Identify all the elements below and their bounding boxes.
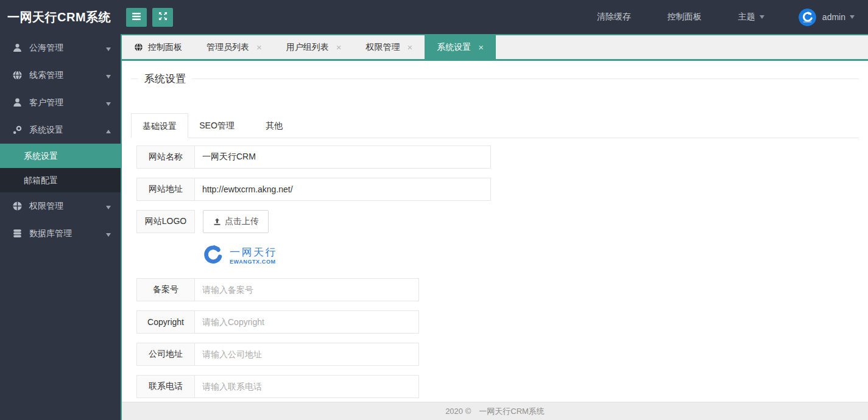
sidebar-item-system[interactable]: 系统设置 <box>0 116 121 144</box>
site-logo-preview: 一网天行EWANGTX.COM <box>201 242 859 269</box>
chevron-down-icon <box>760 15 764 19</box>
header-link-control-panel[interactable]: 控制面板 <box>649 12 720 23</box>
globe-grid-icon <box>12 201 23 211</box>
field-label: 联系电话 <box>136 375 195 398</box>
header-link-label: 清除缓存 <box>597 12 631 23</box>
chevron-down-icon <box>106 229 111 239</box>
sidebar-item-public-sea[interactable]: 公海管理 <box>0 34 121 61</box>
open-tab-system-settings[interactable]: 系统设置× <box>425 35 496 59</box>
header-actions: 清除缓存控制面板主题 admin <box>579 9 868 26</box>
open-tab-label: 用户组列表 <box>286 42 329 53</box>
chevron-down-icon <box>106 71 111 80</box>
sidebar-item-label: 公海管理 <box>29 43 63 54</box>
header-link-label: 控制面板 <box>668 12 702 23</box>
tab-other[interactable]: 其他 <box>245 113 303 138</box>
chevron-down-icon <box>106 201 111 211</box>
open-tabs-bar: 控制面板管理员列表×用户组列表×权限管理×系统设置× <box>122 34 868 61</box>
avatar[interactable] <box>799 9 816 26</box>
sidebar-item-label: 权限管理 <box>29 201 63 212</box>
settings-tabs: 基础设置SEO管理其他 <box>131 113 859 138</box>
open-tab-user-group-list[interactable]: 用户组列表× <box>274 35 354 59</box>
upload-button[interactable]: 点击上传 <box>203 210 269 233</box>
tab-basic-settings[interactable]: 基础设置 <box>131 113 188 138</box>
form-row: 公司地址 <box>136 343 859 366</box>
gears-icon <box>12 125 23 135</box>
field-label: 网站LOGO <box>136 210 195 233</box>
open-tab-permission-mgmt[interactable]: 权限管理× <box>354 35 425 59</box>
chevron-down-icon <box>106 43 111 53</box>
main-panel: 控制面板管理员列表×用户组列表×权限管理×系统设置× 系统设置 基础设置SEO管… <box>121 34 868 420</box>
form-row: Copyright <box>136 310 859 334</box>
section-title-divider: 系统设置 <box>131 79 859 93</box>
field-label: 备案号 <box>136 278 195 301</box>
collapse-menu-button[interactable] <box>126 8 147 27</box>
field-input-6[interactable] <box>194 375 419 398</box>
globe-icon <box>12 70 23 80</box>
sidebar-subitem-mail-config[interactable]: 邮箱配置 <box>0 168 121 192</box>
sidebar-item-label: 数据库管理 <box>29 228 72 239</box>
page-content: 系统设置 基础设置SEO管理其他 网站名称网站地址网站LOGO点击上传一网天行E… <box>122 61 868 420</box>
form-row: 网站LOGO点击上传 <box>136 210 859 233</box>
field-label: 网站名称 <box>136 145 195 169</box>
brand-logo-icon <box>201 243 225 268</box>
open-tab-label: 权限管理 <box>366 42 400 53</box>
sidebar-item-database[interactable]: 数据库管理 <box>0 220 121 247</box>
header-link-clear-cache[interactable]: 清除缓存 <box>579 12 649 23</box>
fullscreen-icon <box>158 12 168 23</box>
sidebar-item-leads[interactable]: 线索管理 <box>0 61 121 89</box>
close-icon[interactable]: × <box>408 43 413 52</box>
field-input-1[interactable] <box>194 178 491 201</box>
fullscreen-button[interactable] <box>152 8 173 27</box>
footer-text: 2020 © 一网天行CRM系统 <box>445 406 545 417</box>
brand-domain: EWANGTX.COM <box>230 259 277 265</box>
close-icon[interactable]: × <box>336 43 342 52</box>
close-icon[interactable]: × <box>478 43 484 52</box>
chevron-down-icon <box>106 98 111 108</box>
field-label: 公司地址 <box>136 343 195 366</box>
sidebar-subitem-system-settings[interactable]: 系统设置 <box>0 144 121 168</box>
field-input-4[interactable] <box>194 310 419 334</box>
page-title: 系统设置 <box>138 73 192 85</box>
field-input-5[interactable] <box>194 343 419 366</box>
sidebar-nav: 公海管理线索管理客户管理系统设置系统设置邮箱配置权限管理数据库管理 <box>0 34 121 247</box>
field-input-0[interactable] <box>194 145 491 169</box>
sidebar-item-customers[interactable]: 客户管理 <box>0 89 121 116</box>
sidebar: 公海管理线索管理客户管理系统设置系统设置邮箱配置权限管理数据库管理 <box>0 34 121 420</box>
sidebar-submenu: 系统设置邮箱配置 <box>0 144 121 192</box>
chevron-up-icon <box>106 125 111 135</box>
tab-seo[interactable]: SEO管理 <box>188 113 245 138</box>
globe-icon <box>134 43 143 52</box>
top-header: 一网天行CRM系统 清除缓存控制面板主题 <box>0 0 868 34</box>
database-icon <box>12 228 23 239</box>
hamburger-icon <box>132 12 141 23</box>
open-tab-label: 管理员列表 <box>206 42 249 53</box>
brand-name: 一网天行 <box>230 247 277 259</box>
sidebar-item-label: 线索管理 <box>29 70 63 81</box>
upload-button-label: 点击上传 <box>225 216 259 227</box>
body: 公海管理线索管理客户管理系统设置系统设置邮箱配置权限管理数据库管理 控制面板管理… <box>0 34 868 420</box>
user-menu[interactable]: admin <box>822 12 855 22</box>
open-tab-label: 控制面板 <box>148 42 182 53</box>
form-row: 网站名称 <box>136 145 859 169</box>
user-icon <box>12 43 23 53</box>
app-title: 一网天行CRM系统 <box>0 9 121 26</box>
chevron-down-icon <box>850 15 855 19</box>
person-icon <box>12 97 23 108</box>
footer: 2020 © 一网天行CRM系统 <box>122 402 868 420</box>
header-links: 清除缓存控制面板主题 <box>579 12 783 23</box>
app-window: 一网天行CRM系统 清除缓存控制面板主题 <box>0 0 868 420</box>
sidebar-item-label: 系统设置 <box>29 125 63 136</box>
open-tab-admin-list[interactable]: 管理员列表× <box>194 35 274 59</box>
open-tab-control-panel[interactable]: 控制面板 <box>122 35 194 59</box>
user-name: admin <box>822 12 845 22</box>
form-row: 联系电话 <box>136 375 859 398</box>
sidebar-item-permissions[interactable]: 权限管理 <box>0 192 121 220</box>
header-link-theme[interactable]: 主题 <box>720 12 783 23</box>
header-link-label: 主题 <box>738 12 755 23</box>
field-input-3[interactable] <box>194 278 419 301</box>
form-row: 网站地址 <box>136 178 859 201</box>
brand-logo-text: 一网天行EWANGTX.COM <box>230 247 277 265</box>
open-tab-label: 系统设置 <box>437 42 471 53</box>
field-label: 网站地址 <box>136 178 195 201</box>
close-icon[interactable]: × <box>256 43 262 52</box>
